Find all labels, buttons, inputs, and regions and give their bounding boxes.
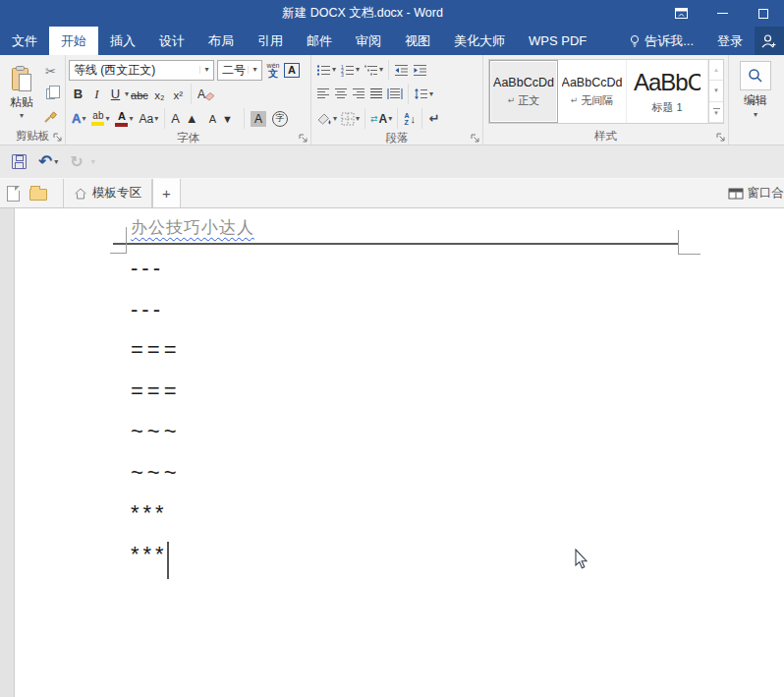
text-effects-dropdown-icon[interactable]: ▾ [82, 115, 85, 123]
asian-layout-button[interactable]: ⇄ A ▾ [368, 108, 394, 130]
styles-scroll-down-button[interactable]: ▼ [709, 81, 723, 101]
add-tab-button[interactable]: + [152, 179, 181, 207]
body-line[interactable]: --- [131, 289, 181, 330]
tab-review[interactable]: 审阅 [344, 27, 393, 55]
italic-button[interactable]: I [87, 84, 106, 105]
qat-customize-icon[interactable]: ▾ [91, 157, 95, 166]
font-name-combobox[interactable]: 等线 (西文正文) ▾ [69, 60, 214, 81]
tab-file[interactable]: 文件 [0, 27, 49, 55]
font-size-combobox[interactable]: 二号 ▾ [217, 60, 262, 81]
undo-dropdown-icon[interactable]: ▾ [54, 158, 58, 166]
style-normal[interactable]: AaBbCcDd ↵正文 [489, 60, 558, 123]
tab-mailings[interactable]: 邮件 [295, 27, 344, 55]
character-shading-button[interactable]: A [248, 107, 269, 131]
redo-button[interactable]: ↻ [66, 149, 86, 175]
distribute-button[interactable] [385, 84, 405, 105]
align-center-button[interactable] [332, 84, 350, 105]
new-document-button[interactable] [0, 179, 26, 207]
tab-wps-pdf[interactable]: WPS PDF [517, 27, 598, 55]
cut-button[interactable]: ✂ [40, 60, 61, 83]
styles-scroll-up-button[interactable]: ▲ [709, 60, 723, 81]
justify-button[interactable] [367, 84, 385, 105]
numbered-list-dropdown-icon[interactable]: ▾ [356, 66, 360, 74]
tab-references[interactable]: 引用 [246, 27, 295, 55]
account-button[interactable] [755, 27, 784, 55]
shading-dropdown-icon[interactable]: ▾ [333, 115, 337, 123]
format-painter-button[interactable] [40, 105, 61, 128]
font-name-dropdown-icon[interactable]: ▾ [199, 66, 213, 74]
tab-layout[interactable]: 布局 [196, 27, 246, 55]
character-border-button[interactable]: A [284, 63, 300, 78]
tab-meihua-dashi[interactable]: 美化大师 [442, 27, 517, 55]
change-case-dropdown-icon[interactable]: ▾ [154, 115, 158, 123]
decrease-indent-button[interactable] [392, 59, 411, 81]
enclose-characters-button[interactable]: 字 [269, 107, 291, 131]
tab-design[interactable]: 设计 [147, 27, 196, 55]
increase-indent-button[interactable] [411, 59, 429, 81]
tab-view[interactable]: 视图 [393, 27, 442, 55]
body-line[interactable]: ~~~ [131, 452, 181, 494]
style-no-spacing[interactable]: AaBbCcDd ↵无间隔 [558, 60, 627, 123]
maximize-button[interactable] [743, 0, 784, 27]
asian-layout-dropdown-icon[interactable]: ▾ [388, 115, 392, 123]
minimize-button[interactable] [701, 0, 743, 27]
font-dialog-launcher[interactable] [298, 133, 308, 144]
numbered-list-button[interactable]: 123 ▾ [338, 59, 362, 81]
clear-formatting-button[interactable]: A [195, 83, 218, 106]
undo-button[interactable]: ↶▾ [34, 149, 62, 175]
sort-button[interactable]: AZ ↓ [401, 108, 419, 130]
paragraph-dialog-launcher[interactable] [470, 133, 480, 144]
sign-in-button[interactable]: 登录 [705, 27, 755, 55]
editing-dropdown-icon[interactable]: ▾ [754, 111, 757, 119]
editing-label[interactable]: 编辑 [744, 92, 767, 109]
align-left-button[interactable] [314, 84, 332, 105]
line-spacing-button[interactable]: ▾ [412, 84, 435, 105]
tab-insert[interactable]: 插入 [98, 27, 147, 55]
shading-button[interactable]: ▾ [314, 108, 339, 130]
open-folder-button[interactable] [26, 179, 51, 207]
bullet-list-button[interactable]: ▾ [314, 59, 338, 81]
clipboard-dialog-launcher[interactable] [52, 132, 63, 143]
align-right-button[interactable] [350, 84, 367, 105]
header-text[interactable]: 办公技巧小达人 [131, 216, 254, 239]
copy-button[interactable] [40, 83, 61, 105]
body-line[interactable]: ~~~ [131, 411, 181, 452]
styles-more-button[interactable]: ▼ [709, 102, 723, 123]
borders-button[interactable]: ▾ [339, 108, 362, 130]
paste-dropdown-icon[interactable]: ▾ [20, 112, 24, 120]
window-merge-button[interactable]: 窗口合 [728, 179, 784, 207]
body-line[interactable]: === [131, 371, 181, 412]
body-line[interactable]: *** [131, 534, 181, 575]
tell-me-button[interactable]: 告诉我... [618, 27, 705, 55]
highlight-color-button[interactable]: ab ▾ [88, 107, 112, 131]
font-color-button[interactable]: A ▾ [112, 107, 136, 131]
bold-button[interactable]: B [69, 84, 87, 105]
phonetic-guide-button[interactable]: wén 文 [262, 62, 284, 79]
paste-button[interactable]: 粘贴 ▾ [3, 58, 40, 128]
find-button[interactable] [740, 61, 771, 90]
strikethrough-button[interactable]: abc [129, 84, 150, 105]
grow-font-button[interactable]: A▲ [168, 107, 206, 131]
ribbon-display-options-button[interactable] [660, 0, 701, 27]
change-case-button[interactable]: Aa▾ [136, 107, 161, 131]
multilevel-list-button[interactable]: ▾ [362, 59, 385, 81]
font-size-dropdown-icon[interactable]: ▾ [248, 66, 261, 74]
text-effects-button[interactable]: A▾ [69, 107, 88, 131]
save-button[interactable] [8, 149, 30, 175]
superscript-button[interactable]: x² [169, 84, 188, 105]
tab-home[interactable]: 开始 [49, 27, 98, 55]
borders-dropdown-icon[interactable]: ▾ [356, 115, 360, 123]
font-color-dropdown-icon[interactable]: ▾ [129, 115, 133, 123]
body-line[interactable]: *** [131, 493, 181, 534]
bullet-list-dropdown-icon[interactable]: ▾ [332, 66, 336, 74]
document-body-text[interactable]: --- --- === === ~~~ ~~~ *** *** [131, 248, 181, 574]
body-line[interactable]: === [131, 329, 181, 371]
show-hide-marks-button[interactable]: ↵ [425, 108, 443, 130]
style-heading-1[interactable]: AaBbC 标题 1 [627, 60, 708, 123]
shrink-font-button[interactable]: A▼ [206, 107, 241, 131]
styles-dialog-launcher[interactable] [715, 132, 726, 143]
multilevel-list-dropdown-icon[interactable]: ▾ [379, 66, 383, 74]
line-spacing-dropdown-icon[interactable]: ▾ [429, 90, 433, 98]
underline-button[interactable]: U [106, 84, 125, 105]
highlight-dropdown-icon[interactable]: ▾ [105, 115, 109, 123]
